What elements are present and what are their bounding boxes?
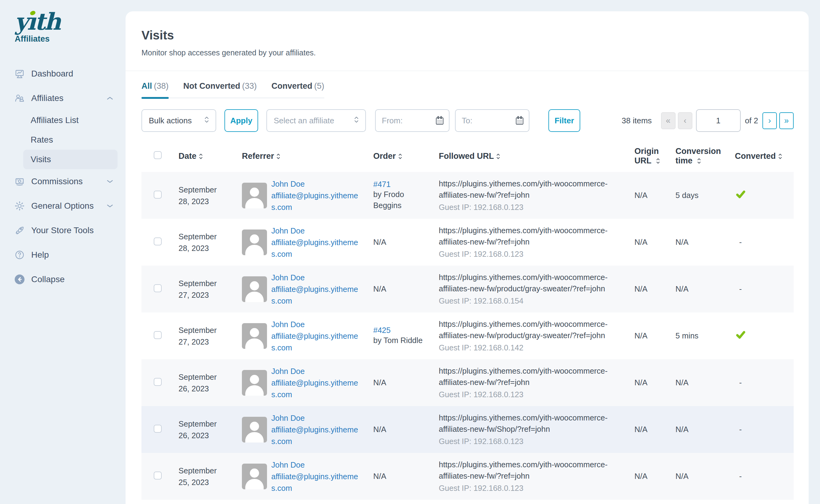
row-checkbox[interactable] [154, 331, 162, 339]
last-page-button[interactable]: » [779, 112, 794, 129]
order-na: N/A [373, 425, 386, 434]
row-checkbox[interactable] [154, 425, 162, 433]
date-to-input[interactable] [455, 109, 530, 132]
conversion-time-cell: N/A [676, 219, 735, 266]
column-header-origin-url[interactable]: Origin URL [635, 140, 676, 172]
referrer-email-link[interactable]: affiliate@plugins.yithemes.com [271, 377, 361, 400]
sidebar-item-affiliates-list[interactable]: Affiliates List [23, 110, 118, 130]
referrer-name-link[interactable]: John Doe [271, 225, 361, 237]
order-na: N/A [373, 378, 386, 387]
row-checkbox[interactable] [154, 472, 162, 480]
conversion-time: N/A [676, 425, 689, 434]
sidebar-item-affiliates[interactable]: Affiliates [0, 86, 125, 110]
tab-count: (33) [242, 81, 257, 91]
brand-block: yıth Affiliates [0, 0, 125, 44]
table-header: Date Referrer Order Followed URL Origin … [141, 140, 794, 172]
sidebar-item-commissions[interactable]: Commissions [0, 169, 125, 194]
referrer-name-link[interactable]: John Doe [271, 459, 361, 471]
sidebar-item-help[interactable]: Help [0, 243, 125, 267]
avatar [242, 417, 267, 442]
row-checkbox[interactable] [154, 378, 162, 386]
column-header-order[interactable]: Order [373, 140, 439, 172]
referrer-name-link[interactable]: John Doe [271, 319, 361, 330]
sidebar-item-your-store-tools[interactable]: Your Store Tools [0, 218, 125, 243]
column-header-followed-url[interactable]: Followed URL [439, 140, 635, 172]
referrer-cell: John Doe affiliate@plugins.yithemes.com [242, 219, 373, 266]
first-page-button[interactable]: « [661, 112, 676, 129]
sidebar-item-collapse[interactable]: Collapse [0, 267, 125, 292]
not-converted-dash: - [739, 472, 742, 481]
referrer-email-link[interactable]: affiliate@plugins.yithemes.com [271, 471, 361, 494]
sidebar-item-general-options[interactable]: General Options [0, 194, 125, 218]
row-checkbox[interactable] [154, 237, 162, 245]
not-converted-dash: - [739, 285, 742, 293]
visits-table-body: September 28, 2023 John Doe affiliate@pl… [141, 172, 794, 500]
row-checkbox[interactable] [154, 191, 162, 199]
followed-url: https://plugins.yithemes.com/yith-woocom… [439, 272, 629, 294]
order-customer: by Frodo Beggins [373, 189, 427, 211]
followed-url-cell: https://plugins.yithemes.com/yith-woocom… [439, 172, 635, 219]
order-cell: N/A [373, 266, 439, 312]
visit-date: September 26, 2023 [178, 418, 229, 441]
order-cell: N/A [373, 359, 439, 406]
referrer-cell: John Doe affiliate@plugins.yithemes.com [242, 266, 373, 312]
page-subtitle: Monitor shop accesses generated by your … [141, 48, 793, 57]
row-select-cell [141, 172, 178, 219]
order-cell: N/A [373, 453, 439, 500]
column-header-conversion-time[interactable]: Conversion time [676, 140, 735, 172]
sidebar-item-label: Visits [31, 155, 51, 164]
table-row: September 25, 2023 John Doe affiliate@pl… [141, 453, 794, 500]
origin-url-cell: N/A [635, 359, 676, 406]
referrer-email-link[interactable]: affiliate@plugins.yithemes.com [271, 237, 361, 260]
origin-url: N/A [635, 472, 648, 480]
referrer-name-link[interactable]: John Doe [271, 272, 361, 283]
referrer-name-link[interactable]: John Doe [271, 178, 361, 190]
sidebar-item-dashboard[interactable]: Dashboard [0, 62, 125, 86]
guest-ip: Guest IP: 192.168.0.123 [439, 202, 629, 213]
referrer-email-link[interactable]: affiliate@plugins.yithemes.com [271, 424, 361, 447]
tab-label: Not Converted [183, 81, 240, 91]
table-row: September 26, 2023 John Doe affiliate@pl… [141, 406, 794, 453]
tab-converted[interactable]: Converted(5) [271, 81, 324, 98]
column-header-converted[interactable]: Converted [735, 140, 794, 172]
next-page-button[interactable]: › [762, 112, 777, 129]
row-checkbox[interactable] [154, 284, 162, 292]
referrer-email-link[interactable]: affiliate@plugins.yithemes.com [271, 330, 361, 353]
followed-url-cell: https://plugins.yithemes.com/yith-woocom… [439, 453, 635, 500]
not-converted-dash: - [739, 238, 742, 247]
referrer-email-link[interactable]: affiliate@plugins.yithemes.com [271, 190, 361, 213]
date-from-input[interactable] [375, 109, 450, 132]
sidebar-item-visits[interactable]: Visits [23, 150, 118, 169]
affiliate-select[interactable]: Select an affiliate [266, 109, 366, 132]
followed-url: https://plugins.yithemes.com/yith-woocom… [439, 412, 629, 435]
column-label: Followed URL [439, 151, 494, 161]
column-header-date[interactable]: Date [178, 140, 242, 172]
main-content: Visits Monitor shop accesses generated b… [125, 11, 809, 504]
apply-button[interactable]: Apply [224, 109, 258, 132]
sidebar-item-rates[interactable]: Rates [23, 130, 118, 150]
bulk-actions-select[interactable]: Bulk actions [141, 109, 216, 132]
column-header-referrer[interactable]: Referrer [242, 140, 373, 172]
order-link[interactable]: #425 [373, 326, 391, 334]
tab-count: (5) [314, 81, 324, 91]
order-link[interactable]: #471 [373, 180, 391, 189]
select-all-checkbox[interactable] [154, 151, 162, 159]
visit-date-cell: September 28, 2023 [178, 219, 242, 266]
referrer-name-link[interactable]: John Doe [271, 412, 361, 424]
visit-date: September 28, 2023 [178, 231, 229, 254]
tab-not-converted[interactable]: Not Converted(33) [183, 81, 257, 98]
guest-ip: Guest IP: 192.168.0.123 [439, 248, 629, 260]
chevron-down-icon [107, 204, 113, 208]
visit-date: September 28, 2023 [178, 184, 229, 207]
prev-page-button[interactable]: ‹ [678, 112, 692, 129]
help-icon [14, 250, 25, 260]
avatar [242, 276, 267, 302]
tab-all[interactable]: All(38) [141, 81, 169, 98]
referrer-email-link[interactable]: affiliate@plugins.yithemes.com [271, 283, 361, 307]
referrer-name-link[interactable]: John Doe [271, 365, 361, 377]
filter-button[interactable]: Filter [549, 109, 580, 132]
conversion-time-cell: 5 days [676, 172, 735, 219]
sidebar-item-label: Commissions [31, 177, 107, 186]
current-page-input[interactable] [696, 109, 741, 132]
guest-ip: Guest IP: 192.168.0.142 [439, 342, 629, 353]
